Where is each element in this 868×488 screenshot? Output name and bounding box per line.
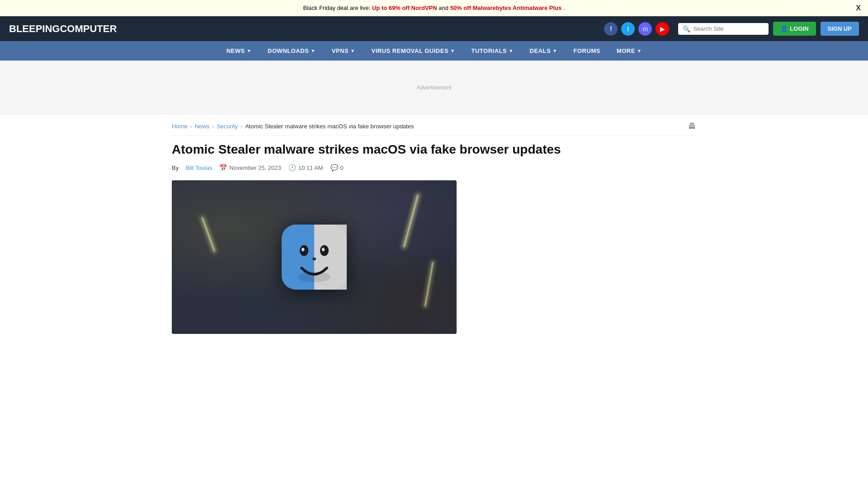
nav-tutorials-arrow: ▼ bbox=[509, 48, 513, 53]
breadcrumb-trail: Home › News › Security › Atomic Stealer … bbox=[172, 123, 414, 130]
mastodon-icon[interactable]: m bbox=[638, 22, 652, 36]
site-header: BLEEPINGCOMPUTER f t m ▶ 🔍 👤 LOGIN SIGN … bbox=[0, 16, 868, 41]
banner-link-nordvpn[interactable]: Up to 69% off NordVPN bbox=[372, 5, 437, 11]
comments-icon: 💬 bbox=[330, 164, 338, 171]
breadcrumb-current: Atomic Stealer malware strikes macOS via… bbox=[245, 123, 414, 130]
social-icons: f t m ▶ bbox=[604, 22, 669, 36]
finder-icon bbox=[278, 221, 350, 293]
article-comments[interactable]: 💬 0 bbox=[330, 164, 344, 171]
breadcrumb-arrow-3: › bbox=[241, 123, 242, 130]
banner-link-malwarebytes[interactable]: 50% off Malwarebytes Antimalware Plus bbox=[450, 5, 562, 11]
login-button[interactable]: 👤 LOGIN bbox=[773, 22, 816, 36]
article-hero-image bbox=[172, 180, 457, 334]
author-by-label: By bbox=[172, 164, 179, 171]
site-logo[interactable]: BLEEPINGCOMPUTER bbox=[9, 23, 117, 35]
nav-more[interactable]: MORE ▼ bbox=[609, 41, 650, 61]
nav-virus-removal[interactable]: VIRUS REMOVAL GUIDES ▼ bbox=[363, 41, 463, 61]
breadcrumb-arrow-2: › bbox=[212, 123, 214, 130]
print-icon[interactable]: 🖶 bbox=[688, 122, 696, 131]
svg-point-12 bbox=[312, 258, 316, 260]
user-icon: 👤 bbox=[780, 25, 788, 32]
nav-forums[interactable]: FORUMS bbox=[566, 41, 609, 61]
nav-downloads[interactable]: DOWNLOADS ▼ bbox=[259, 41, 324, 61]
nav-virus-arrow: ▼ bbox=[450, 48, 455, 53]
main-navigation: NEWS ▼ DOWNLOADS ▼ VPNS ▼ VIRUS REMOVAL … bbox=[0, 41, 868, 61]
banner-close-button[interactable]: X bbox=[856, 4, 861, 12]
svg-point-9 bbox=[302, 248, 304, 252]
search-box: 🔍 bbox=[678, 23, 769, 35]
twitter-icon[interactable]: t bbox=[621, 22, 635, 36]
header-right: f t m ▶ 🔍 👤 LOGIN SIGN UP bbox=[604, 22, 859, 36]
breadcrumb-arrow-1: › bbox=[190, 123, 192, 130]
youtube-icon[interactable]: ▶ bbox=[656, 22, 669, 36]
nav-vpns[interactable]: VPNS ▼ bbox=[324, 41, 363, 61]
breadcrumb: Home › News › Security › Atomic Stealer … bbox=[172, 122, 696, 136]
nav-deals[interactable]: DEALS ▼ bbox=[522, 41, 566, 61]
calendar-icon: 📅 bbox=[219, 164, 227, 171]
article-title: Atomic Stealer malware strikes macOS via… bbox=[172, 141, 696, 158]
author-link[interactable]: Bill Toulas bbox=[186, 164, 212, 171]
nav-news[interactable]: NEWS ▼ bbox=[218, 41, 259, 61]
article-date: 📅 November 25, 2023 bbox=[219, 164, 281, 171]
breadcrumb-news[interactable]: News bbox=[195, 123, 210, 130]
article-time: 🕐 10:11 AM bbox=[288, 164, 323, 171]
search-icon: 🔍 bbox=[683, 25, 690, 33]
clock-icon: 🕐 bbox=[288, 164, 296, 171]
announcement-banner: Black Friday deal are live: Up to 69% of… bbox=[0, 0, 868, 16]
nav-downloads-arrow: ▼ bbox=[311, 48, 315, 53]
svg-point-11 bbox=[322, 248, 325, 252]
nav-tutorials[interactable]: TUTORIALS ▼ bbox=[463, 41, 522, 61]
signup-button[interactable]: SIGN UP bbox=[821, 22, 859, 36]
facebook-icon[interactable]: f bbox=[604, 22, 618, 36]
nav-vpns-arrow: ▼ bbox=[350, 48, 355, 53]
nav-more-arrow: ▼ bbox=[637, 48, 642, 53]
search-input[interactable] bbox=[693, 25, 764, 32]
article-meta: By Bill Toulas 📅 November 25, 2023 🕐 10:… bbox=[172, 164, 696, 171]
nav-deals-arrow: ▼ bbox=[552, 48, 557, 53]
banner-text: Black Friday deal are live: Up to 69% of… bbox=[303, 5, 565, 11]
hero-image-bg bbox=[172, 180, 457, 334]
nav-news-arrow: ▼ bbox=[247, 48, 251, 53]
advertisement-banner: Advertisement bbox=[0, 61, 868, 115]
breadcrumb-home[interactable]: Home bbox=[172, 123, 188, 130]
breadcrumb-security[interactable]: Security bbox=[217, 123, 238, 130]
main-content: Home › News › Security › Atomic Stealer … bbox=[163, 115, 705, 341]
svg-point-13 bbox=[298, 272, 330, 282]
